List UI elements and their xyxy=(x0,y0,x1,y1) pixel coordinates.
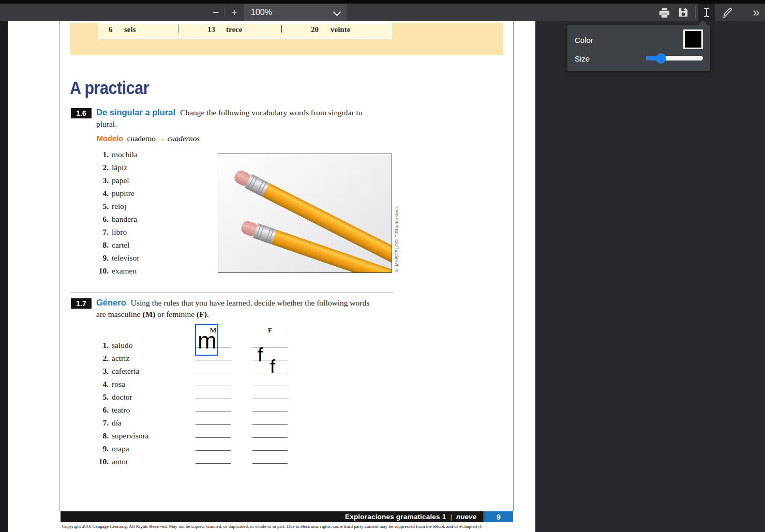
photo-credit: © MARCELODLT/Shutterstock xyxy=(394,154,401,274)
size-slider[interactable] xyxy=(646,56,703,60)
exercise-instructions-cont: are masculine (M) or feminine (F). xyxy=(96,309,395,320)
zoom-level-value: 100% xyxy=(244,8,272,17)
table-word: trece xyxy=(226,25,242,34)
color-swatch[interactable] xyxy=(683,29,703,49)
annotation-letter-f[interactable]: f xyxy=(270,358,275,376)
zoom-out-button[interactable]: − xyxy=(208,4,223,21)
copyright-notice: Copyright 2016 Cengage Learning. All Rig… xyxy=(61,524,484,529)
annotation-letter-m[interactable]: m xyxy=(198,329,217,352)
list-item: 4.pupitre xyxy=(83,187,139,200)
table-number: 20 xyxy=(311,25,319,34)
numbers-table: 6 seis 13 trece 20 veinte xyxy=(98,23,392,39)
exercise-17-word-list: 1.saludo 2.actriz 3.cafetería 4.rosa 5.d… xyxy=(83,339,148,468)
arrow-icon: → xyxy=(158,134,166,143)
exercise-16-heading: De singular a pluralChange the following… xyxy=(96,107,395,130)
answer-blank xyxy=(252,425,288,438)
answer-blank xyxy=(196,399,231,412)
list-item: 8.cartel xyxy=(83,238,139,251)
answer-blank xyxy=(196,438,231,451)
page-left-edge-line xyxy=(59,21,59,511)
answer-blank xyxy=(252,386,288,399)
save-button[interactable] xyxy=(675,4,692,21)
print-button[interactable] xyxy=(656,4,672,21)
list-item: 4.rosa xyxy=(83,377,148,390)
color-label: Color xyxy=(575,36,593,44)
modelo-to: cuadernos xyxy=(168,134,200,143)
draw-annotation-tool-button[interactable] xyxy=(719,4,736,21)
table-number: 13 xyxy=(207,25,215,34)
vocab-table-background: 6 seis 13 trece 20 veinte xyxy=(70,23,503,55)
list-item: 3.cafetería xyxy=(83,364,148,377)
exercise-title: Género xyxy=(96,298,126,307)
list-item: 7.libro xyxy=(83,225,139,238)
answer-blank xyxy=(196,425,231,438)
table-column-divider xyxy=(281,25,282,33)
document-page: 6 seis 13 trece 20 veinte A practicar 1.… xyxy=(8,21,535,532)
list-item: 8.supervisora xyxy=(83,429,148,442)
printer-icon xyxy=(658,7,670,19)
exercise-title: De singular a plural xyxy=(96,108,175,117)
answer-blank xyxy=(196,451,231,464)
table-column-divider xyxy=(178,25,178,33)
list-item: 9.televisor xyxy=(83,251,139,264)
viewer-toolbar: − + 100% » xyxy=(0,4,765,21)
feminine-abbrev: (F) xyxy=(197,310,207,318)
pen-icon xyxy=(721,6,733,19)
list-item: 5.reloj xyxy=(83,200,139,212)
text-annotation-tool-button[interactable] xyxy=(698,4,715,21)
answer-blank xyxy=(252,412,288,425)
list-item: 7.día xyxy=(83,416,148,429)
exercise-16-word-list: 1.mochila 2.lápiz 3.papel 4.pupitre 5.re… xyxy=(83,148,139,277)
zoom-level-dropdown[interactable]: 100% xyxy=(244,4,347,21)
size-label: Size xyxy=(575,54,590,63)
modelo-label: Modelo xyxy=(97,134,123,143)
exercise-number-badge: 1.7 xyxy=(71,298,92,309)
list-item: 6.teatro xyxy=(83,403,148,416)
exercise-number-badge: 1.6 xyxy=(71,108,92,118)
table-word: seis xyxy=(124,25,136,34)
answer-blank xyxy=(196,373,231,386)
more-tools-button[interactable]: » xyxy=(748,4,764,21)
footer-page-word: nueve xyxy=(456,513,476,521)
exercise-instructions-cont: plural. xyxy=(96,118,395,130)
list-item: 10.examen xyxy=(83,264,139,277)
window-top-strip xyxy=(0,0,765,4)
footer-separator: | xyxy=(450,513,452,521)
viewer-left-strip xyxy=(0,21,8,532)
exercise-instructions: Using the rules that you have learned, d… xyxy=(131,298,369,307)
list-item: 2.actriz xyxy=(83,352,148,364)
exercise-17-heading: GéneroUsing the rules that you have lear… xyxy=(96,297,395,320)
text-cursor-icon xyxy=(700,6,713,19)
panel-arrow xyxy=(698,20,708,25)
page-number-badge: 9 xyxy=(484,511,513,522)
section-title: A practicar xyxy=(70,78,149,98)
answer-blank xyxy=(196,386,231,399)
toolbar-divider xyxy=(224,7,224,17)
list-item: 1.saludo xyxy=(83,339,148,352)
list-item: 6.bandera xyxy=(83,212,139,225)
text-tool-options-panel: Color Size xyxy=(567,25,710,71)
list-item: 10.autor xyxy=(83,455,148,468)
annotation-letter-f[interactable]: f xyxy=(258,346,263,364)
exercise-instructions: Change the following vocabulary words fr… xyxy=(180,108,363,117)
list-item: 9.mapa xyxy=(83,442,148,455)
size-slider-thumb[interactable] xyxy=(656,53,666,64)
answer-blank xyxy=(252,399,288,412)
masculine-abbrev: (M) xyxy=(143,310,156,318)
save-icon xyxy=(678,7,689,18)
chevron-down-icon xyxy=(333,8,341,17)
answer-blank xyxy=(196,412,231,425)
answer-blank xyxy=(196,360,231,373)
list-item: 5.doctor xyxy=(83,390,148,403)
footer-book-title: Exploraciones gramaticales 1 xyxy=(345,513,446,521)
answer-blank xyxy=(252,438,288,451)
modelo-from: cuaderno xyxy=(127,134,156,143)
list-item: 2.lápiz xyxy=(83,161,139,174)
list-item: 3.papel xyxy=(83,174,139,187)
page-footer-bar: Exploraciones gramaticales 1 | nueve xyxy=(61,511,484,522)
zoom-in-button[interactable]: + xyxy=(227,4,242,21)
table-number: 6 xyxy=(109,25,113,34)
section-divider-line xyxy=(70,293,393,293)
answer-blank xyxy=(252,451,288,464)
column-header-f: F xyxy=(252,326,288,335)
